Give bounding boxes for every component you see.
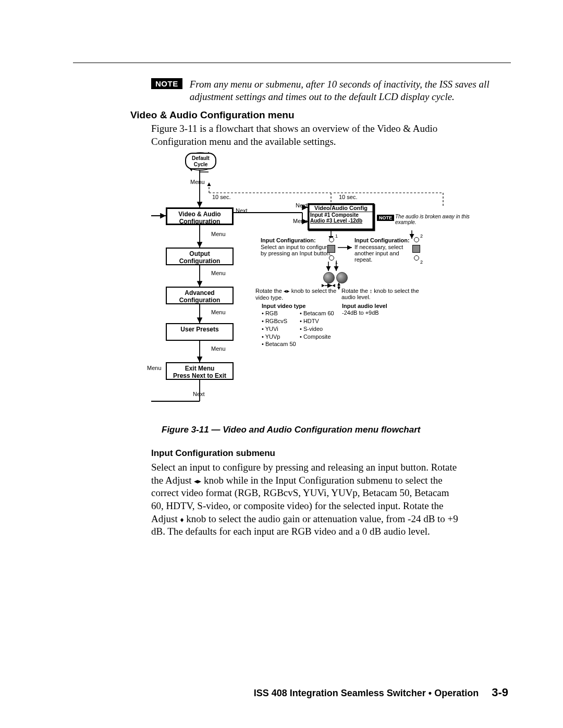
flow-box-exit-menu: Exit Menu Press Next to Exit: [166, 362, 234, 380]
ivt-col2: Betacam 60 HDTV S-video Composite: [300, 310, 334, 340]
flow-box-va-config: Video & Audio Configuration: [166, 207, 234, 225]
note-badge: NOTE: [151, 78, 182, 89]
ic-blink-square: [327, 245, 335, 253]
heading-input-config-submenu: Input Configuration submenu: [151, 448, 275, 459]
ic-left-title: Input Configuration:: [261, 237, 316, 243]
top-rule: [73, 63, 511, 63]
flow-default-cycle: Default Cycle: [185, 153, 216, 169]
footer-pagenum: 3-9: [492, 686, 508, 699]
ivt-item: YUVp: [262, 333, 296, 341]
ic-left-body: Select an input to configure by pressing…: [261, 244, 334, 256]
flow-box-adv-config: Advanced Configuration: [166, 287, 234, 304]
ic-dot-2a-num: 2: [420, 233, 423, 239]
para-intro: Figure 3-11 is a flowchart that shows an…: [151, 122, 448, 148]
ic-dot-1a: [329, 237, 334, 242]
para-input-config: Select an input to configure by pressing…: [151, 461, 459, 538]
flow-10sec-label-1: 10 sec.: [212, 194, 230, 200]
flow-menu-label-3: Menu: [211, 270, 226, 276]
flow-menu-label-2: Menu: [211, 231, 226, 237]
rotate-right-text: Rotate the ↕ knob to select the audio le…: [341, 288, 425, 300]
knob-horizontal: [323, 272, 335, 283]
flow-menu-label: Menu: [190, 179, 205, 185]
knob-vertical: [336, 272, 348, 283]
ic-dot-1b-num: 1: [335, 260, 338, 265]
ic-dot-1a-num: 1: [335, 233, 338, 239]
footer-book: ISS 408 Integration Seamless Switcher • …: [254, 688, 479, 698]
flow-menu-label-5: Menu: [211, 346, 226, 352]
mini-note-text: The audio is broken away in this example…: [395, 214, 479, 225]
flow-10sec-label-2: 10 sec.: [339, 194, 357, 200]
ivt-item: Composite: [300, 333, 334, 341]
ivt-col1: RGB RGBcvS YUVi YUVp Betacam 50: [262, 310, 296, 348]
page: NOTE From any menu or submenu, after 10 …: [0, 0, 563, 728]
flow-menu-label-4: Menu: [211, 309, 226, 315]
ivt-item: RGB: [262, 310, 296, 317]
ic-dot-2b-num: 2: [420, 260, 423, 265]
ivt-item: YUVi: [262, 325, 296, 333]
note-text: From any menu or submenu, after 10 secon…: [190, 78, 497, 103]
flow-box-user-presets: User Presets: [166, 323, 234, 341]
ic-blink-square-2: [412, 245, 420, 253]
flowchart: Default Cycle Menu 10 sec. 10 sec. Video…: [151, 151, 511, 422]
ic-dot-1b: [329, 255, 334, 261]
ic-right-title: Input Configuration:: [354, 237, 410, 243]
ic-right-body: If necessary, select another input and r…: [354, 244, 417, 263]
flow-lcd-line3: Audio #3 Level -12db: [309, 218, 373, 224]
ivt-item: Betacam 50: [262, 340, 296, 348]
flow-next-label-1: Next: [236, 207, 248, 214]
ic-dot-2a: [414, 237, 419, 242]
ivt-item: HDTV: [300, 317, 334, 325]
flow-lcd-line2: Input #1 Composite: [309, 212, 373, 218]
rotate-left-text: Rotate the ◂▸ knob to select the video t…: [255, 288, 339, 301]
flow-lcd-box: Video/Audio Config Input #1 Composite Au…: [308, 203, 374, 230]
figure-caption: Figure 3-11 — Video and Audio Configurat…: [162, 425, 420, 435]
ic-dot-2b: [414, 255, 419, 261]
mini-note-badge: NOTE: [377, 215, 394, 221]
ivt-title: Input video type: [262, 303, 305, 309]
page-footer: ISS 408 Integration Seamless Switcher • …: [254, 686, 508, 699]
top-note: NOTE From any menu or submenu, after 10 …: [151, 78, 506, 103]
flow-lcd-line1: Video/Audio Config: [309, 204, 373, 212]
ivt-item: Betacam 60: [300, 310, 334, 317]
ivt-item: S-video: [300, 325, 334, 333]
ial-title: Input audio level: [342, 303, 387, 309]
ial-value: -24dB to +9dB: [342, 310, 379, 316]
heading-va-config: Video & Audio Configuration menu: [130, 109, 295, 121]
flow-menu-label-6: Menu: [293, 218, 308, 224]
flow-next-label-2: Next: [193, 391, 205, 397]
para2-part-c: knob to select the audio gain or attenua…: [151, 513, 458, 537]
ivt-item: RGBcvS: [262, 317, 296, 325]
flow-menu-label-left: Menu: [147, 365, 162, 371]
flow-next-label-3: Next: [296, 202, 308, 208]
flow-box-output-config: Output Configuration: [166, 248, 234, 265]
